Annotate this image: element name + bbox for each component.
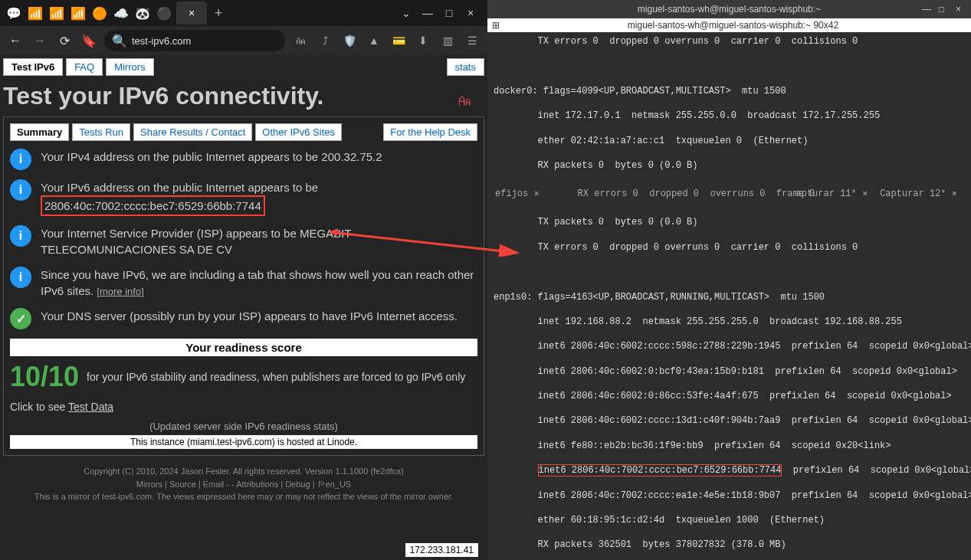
tab-test-ipv6[interactable]: Test IPv6 (3, 58, 63, 76)
terminal-output[interactable]: TX errors 0 dropped 0 overruns 0 carrier… (487, 32, 971, 560)
reload-button[interactable]: ⟳ (55, 31, 74, 50)
subtab-tests[interactable]: Tests Run (72, 123, 130, 141)
terminal-subtitle: miguel-santos-wh@miguel-santos-wisphub:~… (628, 20, 838, 31)
translate-badge-icon[interactable]: 🗛 (457, 92, 472, 110)
ipv6-prefix: Your IPv6 address on the public Internet… (41, 181, 318, 194)
download-icon[interactable]: ⬇ (414, 31, 432, 50)
tab-wifi3-icon[interactable]: 📶 (67, 2, 89, 24)
info-icon: i (10, 179, 31, 201)
footer-links[interactable]: Mirrors | Source | Email - - Attribution… (3, 478, 484, 491)
tab-wifi2-icon[interactable]: 📶 (46, 2, 67, 24)
new-tab-button[interactable]: + (208, 5, 229, 21)
term-menu-icon[interactable]: ⊞ (492, 20, 500, 31)
dns-text: Your DNS server (possibly run by your IS… (41, 308, 477, 324)
ipv6-text: Your IPv6 address on the public Internet… (41, 179, 477, 216)
tab-orange-icon[interactable]: 🟠 (89, 2, 110, 24)
mirror-text: This is a mirror of test-ipv6.com. The v… (3, 490, 484, 503)
hosted-note: This instance (miami.test-ipv6.com) is h… (10, 435, 477, 449)
window-dropdown-icon[interactable]: ⌄ (399, 5, 414, 21)
score-row: 10/10 for your IPv6 stability and readin… (10, 361, 477, 393)
ip-badge: 172.233.181.41 (405, 543, 478, 557)
tab-mirrors[interactable]: Mirrors (106, 58, 153, 76)
search-icon: 🔍 (112, 34, 127, 48)
result-ipv6-tab: i Since you have IPv6, we are including … (10, 267, 477, 299)
info-icon: i (10, 267, 31, 288)
window-close-icon[interactable]: × (463, 5, 478, 21)
tab-whatsapp-icon[interactable]: 💬 (3, 2, 25, 24)
tab-wifi-icon[interactable]: 📶 (25, 2, 46, 24)
help-desk-link[interactable]: For the Help Desk (383, 123, 477, 141)
menu-icon[interactable]: ☰ (463, 31, 481, 50)
copyright-text: Copyright (C) 2010, 2024 Jason Fesler. A… (3, 465, 484, 478)
page-content: Test IPv6 FAQ Mirrors stats Test your IP… (0, 55, 487, 560)
readiness-score: 10/10 (10, 361, 79, 393)
background-tabs: efijos ✕ RX errors 0 dropped 0 overruns … (487, 184, 965, 204)
browser-window: 💬 📶 📶 📶 🟠 ☁️ 🐼 ⚫ × + ⌄ — □ × ← → ⟳ 🔖 🔍 t… (0, 0, 487, 560)
terminal-titlebar: miguel-santos-wh@miguel-santos-wisphub:~… (487, 0, 971, 18)
term-minimize-icon[interactable]: — (922, 4, 933, 15)
tab-cloud-icon[interactable]: ☁️ (110, 2, 132, 24)
results-box: Summary Tests Run Share Results / Contac… (3, 116, 484, 456)
sub-tabs: Summary Tests Run Share Results / Contac… (10, 123, 477, 141)
close-icon[interactable]: × (189, 7, 195, 19)
info-icon: i (10, 225, 31, 247)
window-maximize-icon[interactable]: □ (441, 5, 457, 21)
ipv4-text: Your IPv4 address on the public Internet… (41, 149, 477, 165)
info-icon: i (10, 149, 31, 170)
sidebar-icon[interactable]: ▥ (438, 31, 457, 50)
result-dns: ✓ Your DNS server (possibly run by your … (10, 308, 477, 329)
tab-faq[interactable]: FAQ (66, 58, 103, 76)
back-button[interactable]: ← (6, 31, 25, 50)
tab-active[interactable]: × (176, 2, 207, 25)
page-title: Test your IPv6 connectivity. (3, 82, 484, 110)
ext-icon[interactable]: ▲ (365, 31, 383, 50)
more-info-link[interactable]: [more info] (97, 286, 143, 297)
browser-toolbar: ← → ⟳ 🔖 🔍 test-ipv6.com 🗛 ⤴ 🛡️ ▲ 💳 ⬇ ▥ ☰ (0, 26, 487, 55)
term-maximize-icon[interactable]: □ (939, 4, 950, 15)
page-nav-tabs: Test IPv6 FAQ Mirrors stats (3, 58, 484, 76)
page-footer: Copyright (C) 2010, 2024 Jason Fesler. A… (3, 465, 484, 503)
updated-note: (Updated server side IPv6 readiness stat… (10, 421, 477, 432)
isp-text: Your Internet Service Provider (ISP) app… (41, 225, 477, 257)
term-close-icon[interactable]: × (956, 4, 966, 15)
test-data-link[interactable]: Test Data (68, 401, 113, 413)
tab-panda-icon[interactable]: 🐼 (132, 2, 153, 24)
subtab-other[interactable]: Other IPv6 Sites (255, 123, 342, 141)
matched-ipv6-highlight: inet6 2806:40c:7002:cccc:bec7:6529:66bb:… (538, 464, 782, 476)
bookmark-icon[interactable]: 🔖 (80, 31, 98, 50)
window-minimize-icon[interactable]: — (420, 5, 435, 21)
url-text: test-ipv6.com (132, 35, 191, 47)
readiness-header: Your readiness score (10, 339, 477, 356)
terminal-window: miguel-santos-wh@miguel-santos-wisphub:~… (487, 0, 971, 560)
result-ipv6: i Your IPv6 address on the public Intern… (10, 179, 477, 216)
url-bar[interactable]: 🔍 test-ipv6.com (104, 30, 285, 51)
terminal-subtitle-bar: ⊞ miguel-santos-wh@miguel-santos-wisphub… (487, 18, 971, 32)
highlighted-ipv6-line: inet6 2806:40c:7002:cccc:bec7:6529:66bb:… (494, 464, 965, 476)
success-icon: ✓ (10, 308, 31, 329)
share-icon[interactable]: ⤴ (316, 31, 334, 50)
subtab-share[interactable]: Share Results / Contact (133, 123, 252, 141)
translate-icon[interactable]: 🗛 (291, 31, 310, 50)
subtab-summary[interactable]: Summary (10, 123, 69, 141)
browser-tab-strip: 💬 📶 📶 📶 🟠 ☁️ 🐼 ⚫ × + ⌄ — □ × (0, 0, 487, 26)
result-ipv4: i Your IPv4 address on the public Intern… (10, 149, 477, 170)
ipv6-address-highlight: 2806:40c:7002:cccc:bec7:6529:66bb:7744 (41, 195, 265, 216)
tab-github-icon[interactable]: ⚫ (153, 2, 175, 24)
wallet-icon[interactable]: 💳 (389, 31, 408, 50)
result-isp: i Your Internet Service Provider (ISP) a… (10, 225, 477, 257)
forward-button[interactable]: → (31, 31, 49, 50)
brave-icon[interactable]: 🛡️ (340, 31, 359, 50)
readiness-text: for your IPv6 stability and readiness, w… (87, 371, 465, 383)
test-data-row: Click to see Test Data (10, 401, 477, 413)
terminal-title: miguel-santos-wh@miguel-santos-wisphub:~ (638, 4, 821, 15)
tab-stats[interactable]: stats (447, 58, 484, 76)
ipv6-tab-text: Since you have IPv6, we are including a … (41, 267, 477, 299)
